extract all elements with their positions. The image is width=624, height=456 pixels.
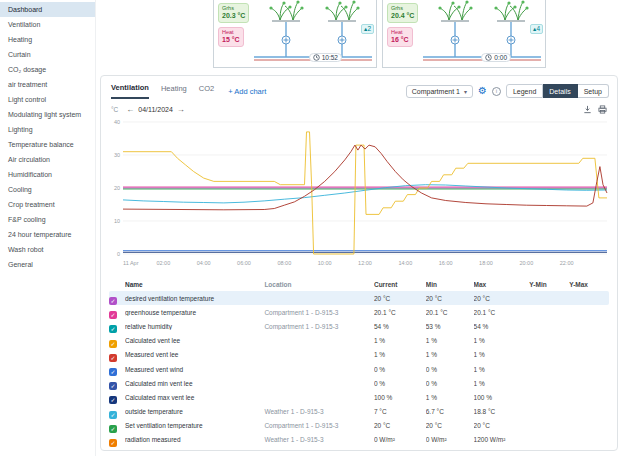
window-position-badge: ▴2 <box>361 24 374 34</box>
legend-button[interactable]: Legend <box>506 84 543 98</box>
timer-badge: 0:00 <box>481 53 511 62</box>
chevron-down-icon: ▾ <box>464 88 467 95</box>
svg-text:14:00: 14:00 <box>398 260 412 266</box>
series-checkbox[interactable]: ✓ <box>109 439 117 447</box>
table-row[interactable]: ✓ relative humidity Compartment 1 - D-91… <box>109 319 609 333</box>
details-button[interactable]: Details <box>543 84 577 98</box>
svg-text:16:00: 16:00 <box>439 260 453 266</box>
table-row[interactable]: ✓ Measured vent lee 1 % 1 % 1 % <box>109 348 609 362</box>
svg-text:02:00: 02:00 <box>156 260 170 266</box>
clock-icon <box>313 54 320 61</box>
table-row[interactable]: ✓ Measured vent wind 0 % 0 % 1 % <box>109 362 609 376</box>
sidebar-item-dashboard[interactable]: Dashboard <box>0 2 95 17</box>
sidebar-item-cooling[interactable]: Cooling <box>0 182 95 197</box>
sidebar-item-heating[interactable]: Heating <box>0 32 95 47</box>
setup-button[interactable]: Setup <box>578 84 609 98</box>
compartment-card-2: Grhs20.4 °C Heat16 °C <box>382 0 546 68</box>
compartment-select[interactable]: Compartment 1 ▾ <box>406 85 473 98</box>
sidebar-item-lighting[interactable]: Lighting <box>0 122 95 137</box>
print-icon[interactable] <box>598 105 607 114</box>
line-chart: 01020304011 Apr02:0004:0006:0008:0010:00… <box>105 116 613 268</box>
chart-toolbar: °C ← 04/11/2024 → <box>101 100 617 116</box>
view-toggle-group: Legend Details Setup <box>506 84 609 98</box>
timer-badge: 10:52 <box>309 53 342 62</box>
svg-text:11 Apr: 11 Apr <box>123 260 139 266</box>
svg-text:22:00: 22:00 <box>560 260 574 266</box>
tab-heating[interactable]: Heating <box>161 84 187 98</box>
svg-text:08:00: 08:00 <box>277 260 291 266</box>
sidebar-item-temperature-balance[interactable]: Temperature balance <box>0 137 95 152</box>
table-row[interactable]: ✓ radiation measured Weather 1 - D-915-3… <box>109 433 609 447</box>
table-row[interactable]: ✓ outside temperature Weather 1 - D-915-… <box>109 405 609 419</box>
svg-text:06:00: 06:00 <box>237 260 251 266</box>
sidebar-item-curtain[interactable]: Curtain <box>0 47 95 62</box>
clock-icon <box>485 54 492 61</box>
svg-text:04:00: 04:00 <box>197 260 211 266</box>
sidebar-item-general[interactable]: General <box>0 257 95 272</box>
table-row[interactable]: ✓ Set ventilation temperature Compartmen… <box>109 419 609 433</box>
unit-label: °C <box>111 106 118 113</box>
chart-panel: Ventilation Heating CO2 + Add chart Comp… <box>100 75 618 451</box>
heating-temp-badge: Heat15 °C <box>218 27 244 47</box>
add-chart-button[interactable]: + Add chart <box>228 87 266 96</box>
svg-text:30: 30 <box>114 152 120 158</box>
tab-ventilation[interactable]: Ventilation <box>111 83 149 99</box>
table-row[interactable]: ✓ greenhouse temperature Compartment 1 -… <box>109 305 609 319</box>
series-table: Name Location Current Min Max Y-Min Y-Ma… <box>101 272 617 447</box>
gear-icon[interactable]: ⚙ <box>478 86 487 96</box>
svg-text:0: 0 <box>117 251 120 257</box>
sidebar-item-humidification[interactable]: Humidification <box>0 167 95 182</box>
sidebar-item-co2-dosage[interactable]: CO₂ dosage <box>0 62 95 77</box>
sidebar-item-ventilation[interactable]: Ventilation <box>0 17 95 32</box>
svg-text:18:00: 18:00 <box>479 260 493 266</box>
svg-text:10: 10 <box>114 218 120 224</box>
sidebar-item-air-circulation[interactable]: Air circulation <box>0 152 95 167</box>
compartment-cards: Grhs20.3 °C Heat15 °C <box>213 0 546 68</box>
panel-header: Ventilation Heating CO2 + Add chart Comp… <box>101 76 617 100</box>
heating-temp-badge: Heat16 °C <box>387 27 413 47</box>
sidebar-item-air-treatment[interactable]: air treatment <box>0 77 95 92</box>
sidebar-item-modulating-light-system[interactable]: Modulating light system <box>0 107 95 122</box>
svg-text:20:00: 20:00 <box>519 260 533 266</box>
date-label: 04/11/2024 <box>138 106 173 113</box>
table-header: Name Location Current Min Max Y-Min Y-Ma… <box>109 278 609 291</box>
sidebar-item-24-hour-temperature[interactable]: 24 hour temperature <box>0 227 95 242</box>
sidebar-item-fp-cooling[interactable]: F&P cooling <box>0 212 95 227</box>
table-row[interactable]: ✓ desired ventilation temperature 20 °C … <box>109 291 609 305</box>
svg-text:20: 20 <box>114 185 120 191</box>
window-position-badge: ▴4 <box>530 24 543 34</box>
table-row[interactable]: ✓ Calculated min vent lee 0 % 0 % 1 % <box>109 376 609 390</box>
page: Dashboard Ventilation Heating Curtain CO… <box>0 0 624 456</box>
compartment-card-1: Grhs20.3 °C Heat15 °C <box>213 0 377 68</box>
table-row[interactable]: ✓ Calculated vent lee 1 % 1 % 1 % <box>109 334 609 348</box>
prev-day-arrow[interactable]: ← <box>126 105 134 114</box>
tab-co2[interactable]: CO2 <box>199 84 214 98</box>
sidebar: Dashboard Ventilation Heating Curtain CO… <box>0 0 96 456</box>
svg-text:12:00: 12:00 <box>358 260 372 266</box>
info-icon[interactable]: i <box>492 87 501 96</box>
sidebar-item-wash-robot[interactable]: Wash robot <box>0 242 95 257</box>
sidebar-item-crop-treatment[interactable]: Crop treatment <box>0 197 95 212</box>
sidebar-item-light-control[interactable]: Light control <box>0 92 95 107</box>
chart-area: 01020304011 Apr02:0004:0006:0008:0010:00… <box>101 116 617 272</box>
table-row[interactable]: ✓ Calculated max vent lee 100 % 1 % 100 … <box>109 390 609 404</box>
svg-text:10:00: 10:00 <box>318 260 332 266</box>
greenhouse-temp-badge: Grhs20.3 °C <box>218 3 249 23</box>
next-day-arrow[interactable]: → <box>177 105 185 114</box>
download-icon[interactable] <box>583 105 592 114</box>
svg-text:40: 40 <box>114 119 120 125</box>
greenhouse-temp-badge: Grhs20.4 °C <box>387 3 418 23</box>
